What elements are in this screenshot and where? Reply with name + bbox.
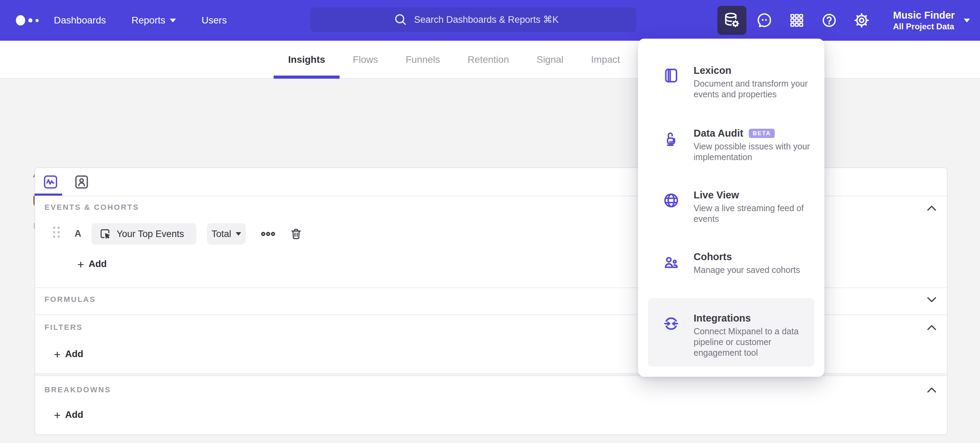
formulas-section-label: FORMULAS bbox=[45, 295, 96, 304]
drag-handle[interactable] bbox=[53, 227, 60, 239]
nav-reports-label: Reports bbox=[132, 15, 165, 26]
lexicon-title: Lexicon bbox=[694, 64, 732, 76]
report-tabs: Insights Flows Funnels Retention Signal … bbox=[288, 41, 620, 79]
menu-item-live-view[interactable]: Live View View a live streaming feed of … bbox=[663, 189, 819, 224]
tab-insights-label: Insights bbox=[288, 54, 325, 65]
add-breakdown-label: Add bbox=[65, 410, 83, 420]
top-navigation-bar: Dashboards Reports Users Search Dashboar… bbox=[0, 0, 980, 41]
globe-icon bbox=[663, 192, 680, 210]
metric-selector-button[interactable]: Total bbox=[207, 223, 246, 245]
live-view-title: Live View bbox=[694, 189, 739, 201]
primary-nav: Dashboards Reports Users bbox=[54, 0, 227, 41]
collapse-events-chevron-up-icon[interactable] bbox=[926, 205, 937, 211]
plus-icon: + bbox=[54, 410, 61, 420]
event-selector-button[interactable]: Your Top Events bbox=[91, 223, 196, 245]
data-audit-clip-icon bbox=[663, 130, 680, 147]
settings-button[interactable] bbox=[847, 6, 876, 35]
integrations-description: Connect Mixpanel to a data pipeline or c… bbox=[694, 326, 813, 358]
nav-users[interactable]: Users bbox=[202, 15, 227, 26]
add-filter-label: Add bbox=[65, 349, 83, 359]
data-management-dropdown: Lexicon Document and transform your even… bbox=[638, 39, 824, 377]
add-event-label: Add bbox=[89, 259, 107, 270]
menu-item-text: Cohorts Manage your saved cohorts bbox=[694, 251, 800, 275]
data-management-button[interactable] bbox=[718, 6, 746, 35]
search-input[interactable]: Search Dashboards & Reports ⌘K bbox=[310, 8, 636, 32]
menu-item-text: Data AuditBETA View possible issues with… bbox=[694, 127, 819, 162]
beta-badge: BETA bbox=[749, 129, 775, 138]
menu-item-lexicon[interactable]: Lexicon Document and transform your even… bbox=[663, 64, 819, 100]
apps-grid-icon bbox=[789, 13, 805, 28]
metric-name: Total bbox=[212, 229, 231, 240]
plus-icon: + bbox=[54, 349, 61, 359]
menu-item-text: Integrations Connect Mixpanel to a data … bbox=[694, 312, 813, 358]
mixpanel-logo-icon[interactable] bbox=[16, 0, 39, 41]
cohorts-title: Cohorts bbox=[694, 251, 732, 263]
cursor-click-icon bbox=[99, 228, 111, 240]
tab-flows[interactable]: Flows bbox=[353, 41, 378, 79]
data-audit-title: Data Audit bbox=[694, 127, 743, 140]
menu-item-data-audit[interactable]: Data AuditBETA View possible issues with… bbox=[663, 127, 819, 162]
database-gear-icon bbox=[723, 12, 741, 29]
project-name: Music Finder bbox=[893, 9, 955, 21]
help-button[interactable] bbox=[815, 6, 844, 35]
expand-formulas-chevron-down-icon[interactable] bbox=[926, 296, 937, 303]
collapse-breakdowns-chevron-up-icon[interactable] bbox=[926, 387, 937, 393]
breakdowns-section-label: BREAKDOWNS bbox=[45, 385, 111, 394]
cohorts-description: Manage your saved cohorts bbox=[694, 265, 800, 275]
mixpanel-app: Dashboards Reports Users Search Dashboar… bbox=[0, 0, 980, 443]
events-cohorts-section-label: EVENTS & COHORTS bbox=[45, 203, 139, 212]
tab-retention-label: Retention bbox=[468, 54, 509, 65]
project-scope: All Project Data bbox=[893, 21, 955, 32]
nav-dashboards[interactable]: Dashboards bbox=[54, 15, 106, 26]
topbar-icon-group bbox=[718, 0, 880, 41]
lexicon-description: Document and transform your events and p… bbox=[694, 78, 819, 100]
chevron-down-icon bbox=[964, 19, 970, 22]
lexicon-book-icon bbox=[663, 67, 680, 84]
tab-funnels[interactable]: Funnels bbox=[406, 41, 440, 79]
gear-icon bbox=[853, 12, 870, 29]
nav-users-label: Users bbox=[202, 15, 227, 26]
tab-signal[interactable]: Signal bbox=[536, 41, 563, 79]
row-more-options-icon[interactable] bbox=[260, 223, 276, 245]
integrations-title: Integrations bbox=[694, 312, 751, 324]
integrations-sync-icon bbox=[663, 314, 680, 333]
tab-signal-label: Signal bbox=[536, 54, 563, 65]
live-view-description: View a live streaming feed of events bbox=[694, 203, 819, 224]
project-selector[interactable]: Music Finder All Project Data bbox=[893, 0, 970, 41]
tab-retention[interactable]: Retention bbox=[468, 41, 509, 79]
question-circle-icon bbox=[821, 12, 837, 29]
menu-item-integrations[interactable]: Integrations Connect Mixpanel to a data … bbox=[663, 312, 819, 358]
cohorts-people-icon bbox=[663, 253, 680, 271]
apps-grid-button[interactable] bbox=[782, 6, 811, 35]
collapse-filters-chevron-up-icon[interactable] bbox=[926, 324, 937, 331]
tab-funnels-label: Funnels bbox=[406, 54, 440, 65]
project-selector-labels: Music Finder All Project Data bbox=[893, 9, 955, 32]
tab-flows-label: Flows bbox=[353, 54, 378, 65]
profiles-view-tab[interactable] bbox=[73, 174, 90, 190]
chevron-down-icon bbox=[170, 19, 176, 22]
add-event-button[interactable]: +Add bbox=[77, 259, 107, 270]
event-name: Your Top Events bbox=[117, 229, 184, 240]
menu-item-text: Live View View a live streaming feed of … bbox=[694, 189, 819, 224]
tab-impact-label: Impact bbox=[591, 54, 620, 65]
delete-row-trash-icon[interactable] bbox=[290, 223, 302, 245]
series-letter: A bbox=[75, 229, 81, 239]
speech-bubble-eyes-icon bbox=[756, 12, 773, 29]
menu-item-cohorts[interactable]: Cohorts Manage your saved cohorts bbox=[663, 251, 819, 275]
filters-section-label: FILTERS bbox=[45, 323, 83, 332]
search-icon bbox=[393, 13, 408, 27]
feedback-button[interactable] bbox=[750, 6, 779, 35]
menu-item-text: Lexicon Document and transform your even… bbox=[694, 64, 819, 100]
report-tabstrip: Insights Flows Funnels Retention Signal … bbox=[0, 41, 980, 79]
tab-insights[interactable]: Insights bbox=[288, 41, 325, 79]
search-placeholder: Search Dashboards & Reports ⌘K bbox=[414, 14, 559, 25]
add-breakdown-button[interactable]: +Add bbox=[54, 410, 83, 420]
nav-reports[interactable]: Reports bbox=[132, 15, 176, 26]
plus-icon: + bbox=[77, 259, 84, 269]
tab-impact[interactable]: Impact bbox=[591, 41, 620, 79]
add-filter-button[interactable]: +Add bbox=[54, 349, 83, 359]
nav-dashboards-label: Dashboards bbox=[54, 15, 106, 26]
metrics-view-tab[interactable] bbox=[43, 174, 59, 190]
chevron-down-icon bbox=[236, 232, 241, 236]
report-header: Analyze Uniques byUser Untitled Insights… bbox=[0, 79, 980, 167]
